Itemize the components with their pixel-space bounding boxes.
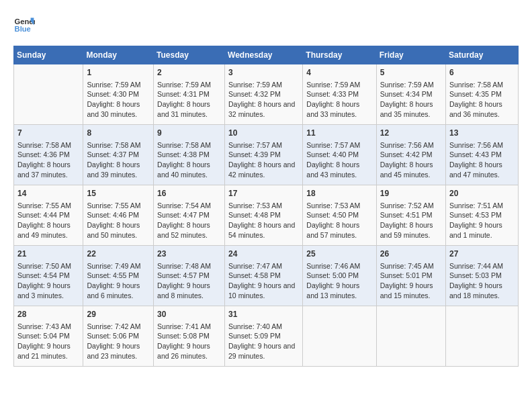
day-number: 5	[380, 67, 442, 79]
day-detail: Sunrise: 7:42 AMSunset: 5:06 PMDaylight:…	[87, 322, 150, 361]
day-detail: Sunrise: 7:48 AMSunset: 4:57 PMDaylight:…	[157, 261, 221, 301]
week-row-5: 28Sunrise: 7:43 AMSunset: 5:04 PMDayligh…	[14, 306, 519, 367]
day-detail: Sunrise: 7:55 AMSunset: 4:46 PMDaylight:…	[87, 201, 150, 240]
day-number: 12	[380, 128, 442, 139]
day-detail: Sunrise: 7:57 AMSunset: 4:40 PMDaylight:…	[306, 140, 372, 180]
day-number: 16	[157, 188, 221, 199]
day-cell: 21Sunrise: 7:50 AMSunset: 4:54 PMDayligh…	[14, 246, 83, 306]
day-cell: 25Sunrise: 7:46 AMSunset: 5:00 PMDayligh…	[303, 246, 376, 306]
day-cell: 26Sunrise: 7:45 AMSunset: 5:01 PMDayligh…	[376, 246, 445, 306]
day-number: 31	[228, 309, 299, 320]
week-row-1: 1Sunrise: 7:59 AMSunset: 4:30 PMDaylight…	[14, 64, 519, 125]
day-number: 13	[449, 128, 515, 139]
day-number: 9	[157, 128, 221, 139]
day-cell: 3Sunrise: 7:59 AMSunset: 4:32 PMDaylight…	[225, 64, 303, 125]
day-cell: 7Sunrise: 7:58 AMSunset: 4:36 PMDaylight…	[14, 125, 83, 185]
weekday-header-friday: Friday	[376, 46, 445, 64]
day-number: 7	[17, 128, 79, 139]
day-detail: Sunrise: 7:47 AMSunset: 4:58 PMDaylight:…	[228, 261, 299, 301]
day-detail: Sunrise: 7:59 AMSunset: 4:33 PMDaylight:…	[306, 80, 372, 120]
day-detail: Sunrise: 7:58 AMSunset: 4:38 PMDaylight:…	[157, 140, 221, 180]
day-number: 25	[306, 248, 372, 260]
day-cell	[14, 64, 83, 125]
day-cell: 18Sunrise: 7:53 AMSunset: 4:50 PMDayligh…	[303, 185, 376, 246]
day-cell: 15Sunrise: 7:55 AMSunset: 4:46 PMDayligh…	[83, 185, 154, 246]
day-number: 10	[228, 128, 299, 139]
day-detail: Sunrise: 7:54 AMSunset: 4:47 PMDaylight:…	[157, 201, 221, 240]
day-cell	[376, 306, 445, 367]
day-detail: Sunrise: 7:50 AMSunset: 4:54 PMDaylight:…	[17, 261, 79, 301]
day-cell: 1Sunrise: 7:59 AMSunset: 4:30 PMDaylight…	[83, 64, 154, 125]
day-cell: 13Sunrise: 7:56 AMSunset: 4:43 PMDayligh…	[446, 125, 519, 185]
logo: General Blue	[13, 13, 35, 35]
day-cell: 5Sunrise: 7:59 AMSunset: 4:34 PMDaylight…	[376, 64, 445, 125]
day-cell: 16Sunrise: 7:54 AMSunset: 4:47 PMDayligh…	[154, 185, 225, 246]
day-number: 18	[306, 188, 372, 199]
weekday-header-row: SundayMondayTuesdayWednesdayThursdayFrid…	[14, 46, 519, 64]
day-number: 15	[87, 188, 150, 199]
day-cell: 9Sunrise: 7:58 AMSunset: 4:38 PMDaylight…	[154, 125, 225, 185]
day-detail: Sunrise: 7:59 AMSunset: 4:30 PMDaylight:…	[87, 80, 150, 120]
day-number: 4	[306, 67, 372, 79]
day-cell: 2Sunrise: 7:59 AMSunset: 4:31 PMDaylight…	[154, 64, 225, 125]
day-detail: Sunrise: 7:58 AMSunset: 4:35 PMDaylight:…	[449, 80, 515, 120]
day-cell: 10Sunrise: 7:57 AMSunset: 4:39 PMDayligh…	[225, 125, 303, 185]
day-number: 17	[228, 188, 299, 199]
day-number: 1	[87, 67, 150, 79]
day-number: 28	[17, 309, 79, 320]
day-detail: Sunrise: 7:55 AMSunset: 4:44 PMDaylight:…	[17, 201, 79, 240]
day-number: 6	[449, 67, 515, 79]
day-detail: Sunrise: 7:53 AMSunset: 4:48 PMDaylight:…	[228, 201, 299, 240]
week-row-3: 14Sunrise: 7:55 AMSunset: 4:44 PMDayligh…	[14, 185, 519, 246]
weekday-header-wednesday: Wednesday	[225, 46, 303, 64]
weekday-header-monday: Monday	[83, 46, 154, 64]
day-detail: Sunrise: 7:59 AMSunset: 4:34 PMDaylight:…	[380, 80, 442, 120]
calendar-table: SundayMondayTuesdayWednesdayThursdayFrid…	[13, 46, 519, 367]
weekday-header-thursday: Thursday	[303, 46, 376, 64]
day-number: 22	[87, 248, 150, 260]
day-cell: 14Sunrise: 7:55 AMSunset: 4:44 PMDayligh…	[14, 185, 83, 246]
day-detail: Sunrise: 7:58 AMSunset: 4:37 PMDaylight:…	[87, 140, 150, 180]
day-cell: 22Sunrise: 7:49 AMSunset: 4:55 PMDayligh…	[83, 246, 154, 306]
day-cell: 27Sunrise: 7:44 AMSunset: 5:03 PMDayligh…	[446, 246, 519, 306]
page-header: General Blue	[13, 13, 519, 35]
day-number: 8	[87, 128, 150, 139]
day-detail: Sunrise: 7:58 AMSunset: 4:36 PMDaylight:…	[17, 140, 79, 180]
day-cell: 11Sunrise: 7:57 AMSunset: 4:40 PMDayligh…	[303, 125, 376, 185]
day-number: 24	[228, 248, 299, 260]
day-number: 29	[87, 309, 150, 320]
day-number: 27	[449, 248, 515, 260]
svg-text:Blue: Blue	[15, 25, 31, 33]
day-number: 21	[17, 248, 79, 260]
day-cell: 24Sunrise: 7:47 AMSunset: 4:58 PMDayligh…	[225, 246, 303, 306]
day-cell: 20Sunrise: 7:51 AMSunset: 4:53 PMDayligh…	[446, 185, 519, 246]
day-detail: Sunrise: 7:41 AMSunset: 5:08 PMDaylight:…	[157, 322, 221, 361]
day-number: 19	[380, 188, 442, 199]
day-number: 11	[306, 128, 372, 139]
day-cell: 6Sunrise: 7:58 AMSunset: 4:35 PMDaylight…	[446, 64, 519, 125]
day-number: 26	[380, 248, 442, 260]
week-row-4: 21Sunrise: 7:50 AMSunset: 4:54 PMDayligh…	[14, 246, 519, 306]
day-detail: Sunrise: 7:49 AMSunset: 4:55 PMDaylight:…	[87, 261, 150, 301]
weekday-header-sunday: Sunday	[14, 46, 83, 64]
day-detail: Sunrise: 7:56 AMSunset: 4:43 PMDaylight:…	[449, 140, 515, 180]
day-cell: 29Sunrise: 7:42 AMSunset: 5:06 PMDayligh…	[83, 306, 154, 367]
logo-icon: General Blue	[13, 13, 35, 35]
day-detail: Sunrise: 7:40 AMSunset: 5:09 PMDaylight:…	[228, 322, 299, 361]
day-cell: 17Sunrise: 7:53 AMSunset: 4:48 PMDayligh…	[225, 185, 303, 246]
day-detail: Sunrise: 7:56 AMSunset: 4:42 PMDaylight:…	[380, 140, 442, 180]
day-number: 2	[157, 67, 221, 79]
day-detail: Sunrise: 7:45 AMSunset: 5:01 PMDaylight:…	[380, 261, 442, 301]
day-detail: Sunrise: 7:44 AMSunset: 5:03 PMDaylight:…	[449, 261, 515, 301]
day-number: 3	[228, 67, 299, 79]
day-cell: 30Sunrise: 7:41 AMSunset: 5:08 PMDayligh…	[154, 306, 225, 367]
day-detail: Sunrise: 7:51 AMSunset: 4:53 PMDaylight:…	[449, 201, 515, 240]
day-detail: Sunrise: 7:52 AMSunset: 4:51 PMDaylight:…	[380, 201, 442, 240]
day-number: 20	[449, 188, 515, 199]
day-cell: 19Sunrise: 7:52 AMSunset: 4:51 PMDayligh…	[376, 185, 445, 246]
day-number: 14	[17, 188, 79, 199]
weekday-header-saturday: Saturday	[446, 46, 519, 64]
day-cell: 31Sunrise: 7:40 AMSunset: 5:09 PMDayligh…	[225, 306, 303, 367]
week-row-2: 7Sunrise: 7:58 AMSunset: 4:36 PMDaylight…	[14, 125, 519, 185]
day-cell: 8Sunrise: 7:58 AMSunset: 4:37 PMDaylight…	[83, 125, 154, 185]
